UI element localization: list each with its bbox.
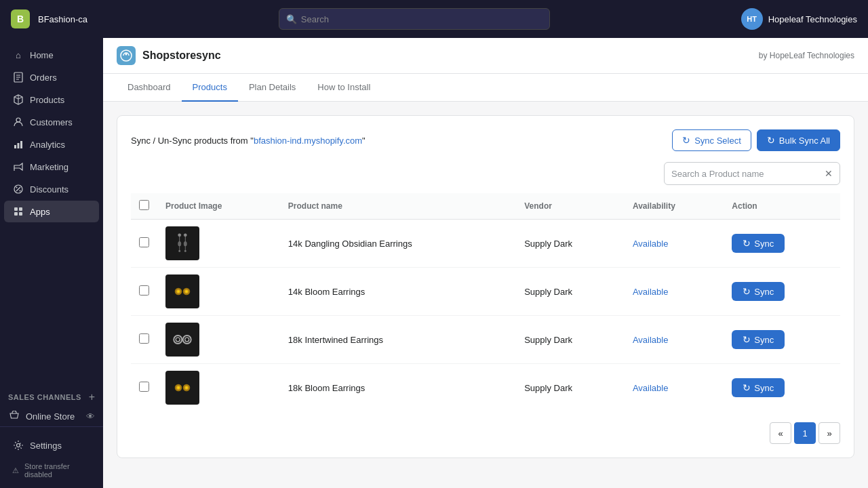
sync-row-icon: ↻ bbox=[743, 334, 751, 345]
sidebar-item-home-label: Home bbox=[30, 50, 54, 60]
store-transfer-bar[interactable]: ⚠ Store transfer disabled bbox=[4, 457, 99, 484]
marketing-icon bbox=[12, 161, 24, 173]
discounts-icon bbox=[12, 183, 24, 195]
row-checkbox-cell[interactable] bbox=[131, 364, 157, 412]
sidebar-item-marketing[interactable]: Marketing bbox=[4, 156, 99, 178]
sidebar-item-apps[interactable]: Apps bbox=[4, 201, 99, 222]
sync-title: Sync / Un-Sync products from "bfashion-i… bbox=[131, 136, 366, 146]
user-name: Hopeleaf Technologies bbox=[768, 14, 857, 24]
action-cell: ↻ Sync bbox=[724, 268, 840, 316]
sidebar-item-discounts[interactable]: Discounts bbox=[4, 178, 99, 200]
table-row: 14k Bloom Earrings Supply Dark Available… bbox=[131, 268, 840, 316]
sync-row-label: Sync bbox=[754, 287, 774, 297]
product-name: 14k Bloom Earrings bbox=[288, 287, 365, 297]
tabs-bar: Dashboard Products Plan Details How to I… bbox=[103, 74, 868, 102]
sync-row-icon: ↻ bbox=[743, 238, 751, 249]
sync-product-button[interactable]: ↻ Sync bbox=[732, 282, 785, 301]
svg-point-24 bbox=[178, 241, 181, 246]
vendor-cell: Supply Dark bbox=[516, 268, 625, 316]
sync-product-button[interactable]: ↻ Sync bbox=[732, 330, 785, 349]
vendor-cell: Supply Dark bbox=[516, 316, 625, 364]
select-all-checkbox[interactable] bbox=[139, 200, 149, 210]
product-name: 14k Dangling Obsidian Earrings bbox=[288, 239, 412, 249]
product-vendor: Supply Dark bbox=[524, 239, 572, 249]
svg-point-38 bbox=[176, 338, 180, 342]
sync-product-button[interactable]: ↻ Sync bbox=[732, 378, 785, 397]
svg-point-35 bbox=[186, 291, 188, 293]
next-page-button[interactable]: » bbox=[818, 422, 840, 444]
row-checkbox[interactable] bbox=[139, 285, 149, 296]
sync-select-button[interactable]: ↻ Sync Select bbox=[672, 129, 751, 151]
sales-channels-section: SALES CHANNELS + bbox=[0, 383, 103, 406]
svg-point-19 bbox=[125, 54, 127, 56]
product-name: 18k Bloom Earrings bbox=[288, 383, 365, 393]
sync-header: Sync / Un-Sync products from "bfashion-i… bbox=[131, 129, 840, 151]
sidebar-item-online-store[interactable]: Online Store 👁 bbox=[0, 406, 103, 426]
product-vendor: Supply Dark bbox=[524, 287, 572, 297]
user-menu[interactable]: HT Hopeleaf Technologies bbox=[741, 8, 857, 30]
sidebar-item-analytics[interactable]: Analytics bbox=[4, 134, 99, 155]
sidebar-item-home[interactable]: ⌂ Home bbox=[4, 44, 99, 66]
product-name-cell: 18k Bloom Earrings bbox=[280, 364, 516, 412]
sidebar-item-settings[interactable]: Settings bbox=[4, 434, 99, 456]
orders-icon bbox=[12, 71, 24, 83]
svg-rect-14 bbox=[19, 207, 22, 211]
sales-channels-label: SALES CHANNELS bbox=[8, 393, 81, 401]
sync-row-icon: ↻ bbox=[743, 382, 751, 393]
products-icon bbox=[12, 94, 24, 106]
prev-page-button[interactable]: « bbox=[770, 422, 791, 444]
select-all-header[interactable] bbox=[131, 193, 157, 220]
current-page-button[interactable]: 1 bbox=[794, 422, 816, 444]
add-channel-button[interactable]: + bbox=[89, 391, 95, 403]
action-cell: ↻ Sync bbox=[724, 220, 840, 268]
availability-badge: Available bbox=[633, 287, 669, 297]
svg-point-36 bbox=[174, 336, 182, 344]
availability-cell: Available bbox=[625, 316, 724, 364]
vendor-cell: Supply Dark bbox=[516, 220, 625, 268]
sidebar-item-customers[interactable]: Customers bbox=[4, 111, 99, 133]
product-search-input[interactable] bbox=[671, 169, 821, 179]
bulk-sync-icon: ↻ bbox=[767, 135, 775, 146]
row-checkbox-cell[interactable] bbox=[131, 316, 157, 364]
availability-badge: Available bbox=[633, 335, 669, 345]
tab-products[interactable]: Products bbox=[182, 74, 238, 102]
sync-product-button[interactable]: ↻ Sync bbox=[732, 234, 785, 253]
apps-icon bbox=[12, 205, 24, 218]
vendor-cell: Supply Dark bbox=[516, 364, 625, 412]
bulk-sync-all-button[interactable]: ↻ Bulk Sync All bbox=[757, 129, 840, 151]
online-store-eye-icon[interactable]: 👁 bbox=[86, 411, 95, 422]
row-checkbox-cell[interactable] bbox=[131, 268, 157, 316]
sidebar-item-apps-label: Apps bbox=[30, 207, 50, 217]
sync-store-name: bfashion-ind.myshopify.com bbox=[254, 136, 362, 146]
home-icon: ⌂ bbox=[12, 49, 24, 61]
row-checkbox[interactable] bbox=[139, 333, 149, 344]
product-name: 18k Intertwined Earrings bbox=[288, 335, 383, 345]
product-search-bar[interactable]: ✕ bbox=[664, 162, 840, 185]
svg-point-45 bbox=[186, 387, 188, 389]
sync-title-prefix: Sync / Un-Sync products from " bbox=[131, 136, 254, 146]
sidebar-item-orders[interactable]: Orders bbox=[4, 66, 99, 88]
tab-dashboard[interactable]: Dashboard bbox=[117, 74, 182, 102]
main-layout: ⌂ Home Orders Products Customers bbox=[0, 38, 868, 488]
sidebar-item-products[interactable]: Products bbox=[4, 89, 99, 110]
availability-cell: Available bbox=[625, 364, 724, 412]
svg-point-34 bbox=[178, 291, 180, 293]
global-search-bar[interactable]: 🔍 bbox=[279, 8, 550, 30]
tab-how-to-install[interactable]: How to Install bbox=[307, 74, 381, 102]
row-checkbox[interactable] bbox=[139, 237, 149, 247]
main-panel: Sync / Un-Sync products from "bfashion-i… bbox=[103, 102, 868, 472]
row-checkbox[interactable] bbox=[139, 382, 149, 392]
online-store-left: Online Store bbox=[8, 410, 75, 422]
product-name-cell: 14k Dangling Obsidian Earrings bbox=[280, 220, 516, 268]
row-checkbox-cell[interactable] bbox=[131, 220, 157, 268]
search-input[interactable] bbox=[301, 14, 542, 24]
sync-row-icon: ↻ bbox=[743, 286, 751, 297]
store-transfer-label: Store transfer disabled bbox=[24, 462, 91, 479]
svg-point-37 bbox=[183, 336, 191, 344]
search-clear-icon[interactable]: ✕ bbox=[825, 168, 833, 179]
product-image bbox=[165, 371, 199, 405]
product-image bbox=[165, 323, 199, 357]
app-title-row: Shopstoresync bbox=[117, 46, 221, 65]
product-vendor: Supply Dark bbox=[524, 335, 572, 345]
tab-plan-details[interactable]: Plan Details bbox=[238, 74, 307, 102]
